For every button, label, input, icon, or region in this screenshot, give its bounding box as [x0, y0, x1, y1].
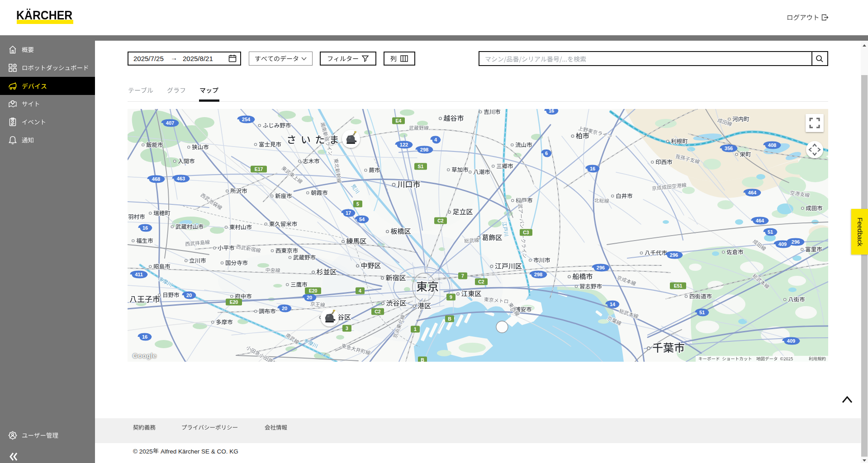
svg-text:298: 298 [420, 147, 428, 152]
svg-text:E4: E4 [396, 118, 402, 123]
svg-text:463: 463 [177, 176, 185, 181]
svg-text:464: 464 [756, 218, 764, 223]
svg-text:4: 4 [434, 137, 437, 142]
svg-text:C2: C2 [437, 218, 444, 223]
svg-text:296: 296 [792, 239, 800, 245]
svg-text:51: 51 [699, 310, 705, 315]
svg-text:4: 4 [359, 288, 361, 293]
svg-text:E17: E17 [255, 166, 263, 172]
svg-text:20: 20 [307, 295, 312, 300]
svg-text:1: 1 [414, 326, 417, 332]
svg-text:296: 296 [670, 252, 678, 258]
svg-text:3: 3 [346, 326, 348, 331]
svg-text:E20: E20 [230, 299, 238, 305]
svg-text:54: 54 [359, 217, 365, 222]
svg-text:20: 20 [282, 306, 287, 311]
svg-text:E20: E20 [309, 288, 318, 293]
svg-text:S1: S1 [418, 164, 424, 169]
svg-text:356: 356 [725, 146, 733, 151]
svg-text:16: 16 [142, 334, 147, 340]
svg-text:408: 408 [768, 142, 776, 148]
svg-text:20: 20 [186, 293, 192, 298]
svg-text:409: 409 [778, 241, 787, 247]
svg-text:409: 409 [787, 338, 795, 344]
svg-text:B: B [448, 316, 451, 321]
svg-text:C3: C3 [523, 230, 529, 235]
svg-text:B: B [421, 357, 424, 362]
svg-text:296: 296 [597, 265, 605, 270]
svg-text:254: 254 [242, 117, 251, 122]
svg-text:6: 6 [545, 151, 548, 156]
svg-text:411: 411 [135, 272, 143, 277]
svg-text:51: 51 [768, 229, 773, 235]
svg-text:17: 17 [346, 210, 351, 216]
svg-text:16: 16 [142, 225, 148, 231]
svg-text:407: 407 [166, 120, 174, 126]
svg-text:9: 9 [450, 294, 452, 300]
svg-text:7: 7 [461, 273, 464, 279]
svg-text:464: 464 [748, 190, 757, 195]
svg-text:5: 5 [356, 201, 359, 207]
svg-text:16: 16 [549, 109, 554, 113]
svg-text:16: 16 [590, 166, 595, 171]
svg-text:E51: E51 [674, 283, 683, 288]
svg-text:468: 468 [152, 176, 160, 182]
svg-text:C2: C2 [375, 309, 381, 314]
svg-text:14: 14 [610, 302, 616, 307]
svg-text:122: 122 [400, 142, 408, 147]
svg-text:298: 298 [534, 272, 542, 277]
svg-text:C2: C2 [478, 279, 484, 284]
